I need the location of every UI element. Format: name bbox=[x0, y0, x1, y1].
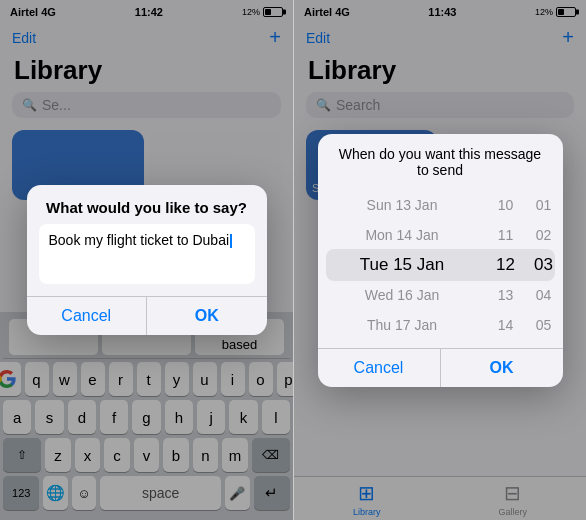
right-panel: Airtel 4G 11:43 12% Edit + Library 🔍 Sea… bbox=[293, 0, 586, 520]
picker-day-3: Wed 16 Jan bbox=[318, 280, 487, 310]
picker-day-2: Tue 15 Jan bbox=[318, 250, 487, 280]
left-cancel-button[interactable]: Cancel bbox=[27, 297, 147, 335]
left-dialog-input[interactable]: Book my flight ticket to Dubai bbox=[39, 224, 255, 284]
picker-hour-0: 10 bbox=[487, 190, 525, 220]
picker-min-3: 04 bbox=[525, 280, 563, 310]
datepicker-ok-button[interactable]: OK bbox=[440, 349, 563, 387]
picker-hour-2: 12 bbox=[487, 250, 525, 280]
left-dialog-input-value: Book my flight ticket to Dubai bbox=[49, 232, 230, 248]
datepicker-cancel-button[interactable]: Cancel bbox=[318, 349, 440, 387]
left-dialog-box: What would you like to say? Book my flig… bbox=[27, 185, 267, 335]
picker-min-2: 03 bbox=[525, 250, 563, 280]
picker-min-4: 05 bbox=[525, 310, 563, 340]
picker-day-col[interactable]: Sun 13 Jan Mon 14 Jan Tue 15 Jan Wed 16 … bbox=[318, 190, 487, 340]
picker-day-1: Mon 14 Jan bbox=[318, 220, 487, 250]
left-dialog-buttons: Cancel OK bbox=[27, 296, 267, 335]
picker-columns: Sun 13 Jan Mon 14 Jan Tue 15 Jan Wed 16 … bbox=[318, 186, 563, 344]
left-ok-button[interactable]: OK bbox=[146, 297, 267, 335]
datepicker-title: When do you want this message to send bbox=[318, 134, 563, 186]
left-cursor bbox=[230, 234, 232, 248]
picker-min-1: 02 bbox=[525, 220, 563, 250]
left-dialog-title: What would you like to say? bbox=[27, 185, 267, 224]
picker-minute-col[interactable]: 01 02 03 04 05 bbox=[525, 190, 563, 340]
left-dialog-overlay: What would you like to say? Book my flig… bbox=[0, 0, 293, 520]
picker-day-4: Thu 17 Jan bbox=[318, 310, 487, 340]
right-dialog-overlay: When do you want this message to send Su… bbox=[294, 0, 586, 520]
picker-hour-3: 13 bbox=[487, 280, 525, 310]
picker-min-0: 01 bbox=[525, 190, 563, 220]
picker-day-0: Sun 13 Jan bbox=[318, 190, 487, 220]
picker-hour-col[interactable]: 10 11 12 13 14 bbox=[487, 190, 525, 340]
picker-hour-4: 14 bbox=[487, 310, 525, 340]
picker-hour-1: 11 bbox=[487, 220, 525, 250]
datepicker-dialog: When do you want this message to send Su… bbox=[318, 134, 563, 387]
datepicker-buttons: Cancel OK bbox=[318, 348, 563, 387]
left-panel: Airtel 4G 11:42 12% Edit + Library 🔍 Se.… bbox=[0, 0, 293, 520]
